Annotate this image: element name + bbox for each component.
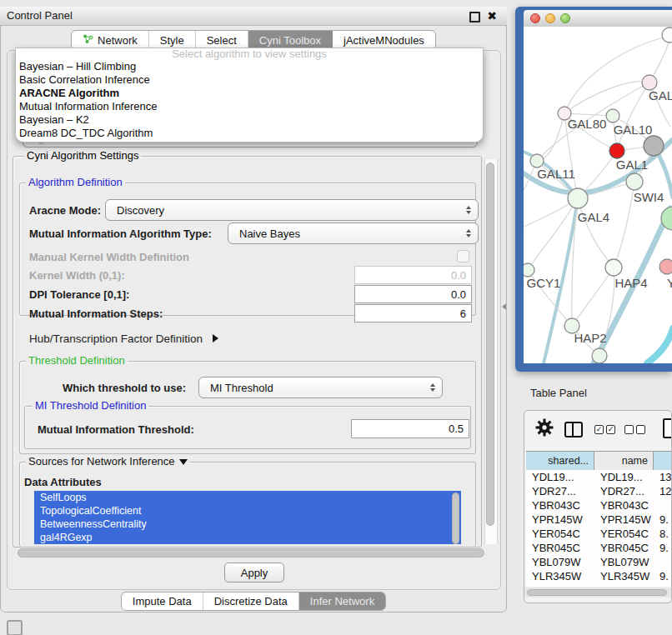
settings-scrollbar-track[interactable] bbox=[484, 159, 498, 544]
network-node-label: SWI4 bbox=[634, 190, 664, 204]
table-panel-window: ✓ ✓ shared...name YDL19...YDL19...13YDR2… bbox=[524, 410, 672, 603]
attribute-item-topologicalcoefficient[interactable]: TopologicalCoefficient bbox=[34, 504, 461, 518]
checked-checkbox-icon[interactable]: ✓ bbox=[606, 425, 615, 434]
float-window-icon[interactable] bbox=[469, 12, 480, 22]
table-hscrollbar-track[interactable] bbox=[524, 588, 671, 598]
table-row[interactable]: YLR345WYLR345W9. bbox=[526, 569, 672, 583]
tab-select-label: Select bbox=[207, 34, 237, 47]
tab-style[interactable]: Style bbox=[148, 31, 195, 49]
hub-definition-label: Hub/Transcription Factor Definition bbox=[29, 332, 203, 345]
settings-hscrollbar-thumb[interactable] bbox=[18, 548, 484, 558]
attribute-item-gal4rgexp[interactable]: gal4RGexp bbox=[34, 531, 461, 544]
attribute-item-selfloops[interactable]: SelfLoops bbox=[34, 491, 461, 504]
mi-steps-field[interactable]: 6 bbox=[354, 304, 472, 322]
hub-definition-expander[interactable]: Hub/Transcription Factor Definition bbox=[29, 332, 218, 345]
table-body[interactable]: YDL19...YDL19...13YDR27...YDR27...12YBR0… bbox=[526, 470, 672, 587]
table-row[interactable]: YBR043CYBR043C bbox=[526, 498, 672, 512]
table-cell: YIL052C bbox=[594, 583, 654, 587]
gear-icon[interactable] bbox=[535, 418, 554, 437]
table-cell: YDR27... bbox=[526, 484, 594, 498]
network-node[interactable] bbox=[606, 109, 619, 122]
aracne-mode-value: Discovery bbox=[117, 204, 164, 217]
kernel-width-field[interactable]: 0.0 bbox=[354, 266, 472, 284]
tab-jactivemnodules[interactable]: jActiveMNodules bbox=[332, 31, 435, 49]
control-panel-title: Control Panel bbox=[7, 9, 73, 22]
table-cell: YDL19... bbox=[594, 470, 654, 484]
tab-select[interactable]: Select bbox=[195, 31, 248, 49]
algorithm-option-bayesian-k2[interactable]: Bayesian – K2 bbox=[16, 113, 483, 127]
minimize-traffic-light[interactable] bbox=[545, 13, 555, 23]
table-row[interactable]: YPR145WYPR145W9. bbox=[526, 512, 672, 527]
mi-threshold-field[interactable]: 0.5 bbox=[351, 419, 469, 438]
close-icon[interactable]: ✖ bbox=[487, 9, 497, 22]
docked-panel-icon[interactable] bbox=[7, 620, 23, 635]
mi-steps-label: Mutual Information Steps: bbox=[29, 308, 163, 320]
combo-arrows-icon bbox=[430, 383, 435, 392]
algorithm-option-aracne-algorithm[interactable]: ARACNE Algorithm bbox=[16, 87, 483, 100]
network-node[interactable] bbox=[605, 259, 622, 276]
data-attributes-list[interactable]: SelfLoopsTopologicalCoefficientBetweenne… bbox=[34, 491, 461, 546]
table-row[interactable]: YBL079WYBL079W bbox=[526, 555, 672, 569]
combo-arrows-icon bbox=[466, 229, 471, 238]
algorithm-option-dream8-dc-tdc-algorithm[interactable]: Dream8 DC_TDC Algorithm bbox=[16, 127, 483, 140]
network-canvas[interactable]: GALGAL80GAL10GAL1GAL11SWI4GAL4GCY1HAP4YH… bbox=[524, 27, 672, 363]
zoom-traffic-light[interactable] bbox=[560, 13, 570, 23]
settings-scrollbar-thumb[interactable] bbox=[486, 162, 494, 526]
network-node[interactable] bbox=[626, 173, 643, 190]
network-view-window: GALGAL80GAL10GAL1GAL11SWI4GAL4GCY1HAP4YH… bbox=[515, 7, 672, 372]
network-node[interactable] bbox=[592, 348, 607, 363]
control-panel-titlebar[interactable]: Control Panel ✖ bbox=[0, 7, 507, 26]
table-cell: YBL079W bbox=[594, 555, 654, 569]
algorithm-option-mutual-information-inference[interactable]: Mutual Information Inference bbox=[16, 100, 483, 113]
network-node[interactable] bbox=[524, 263, 534, 277]
apply-button[interactable]: Apply bbox=[224, 562, 284, 582]
table-row[interactable]: YDL19...YDL19...13 bbox=[526, 470, 672, 484]
unchecked-checkbox-icon[interactable] bbox=[636, 425, 645, 434]
checked-checkbox-icon[interactable]: ✓ bbox=[594, 425, 604, 434]
which-threshold-label: Which threshold to use: bbox=[63, 382, 186, 394]
algorithm-option-bayesian-hill-climbing[interactable]: Bayesian – Hill Climbing bbox=[16, 60, 483, 73]
sources-group-title[interactable]: Sources for Network Inference bbox=[26, 456, 190, 468]
column-header-shared[interactable]: shared... bbox=[526, 452, 594, 470]
network-node[interactable] bbox=[659, 259, 672, 274]
network-node[interactable] bbox=[662, 28, 672, 42]
algorithm-placeholder: Select algorithm to view settings bbox=[16, 48, 483, 60]
dpi-tolerance-field[interactable]: 0.0 bbox=[354, 285, 472, 303]
close-traffic-light[interactable] bbox=[530, 13, 540, 23]
tab-infer-network[interactable]: Infer Network bbox=[298, 592, 385, 610]
network-node[interactable] bbox=[568, 188, 588, 208]
split-divider-handle[interactable] bbox=[502, 303, 506, 310]
column-header-2[interactable] bbox=[654, 452, 672, 470]
table-hscrollbar-thumb[interactable] bbox=[527, 589, 667, 596]
network-node[interactable] bbox=[609, 143, 624, 158]
algorithm-option-basic-correlation-inference[interactable]: Basic Correlation Inference bbox=[16, 73, 483, 87]
network-node-label: GCY1 bbox=[527, 276, 561, 290]
network-window-titlebar[interactable] bbox=[524, 10, 672, 28]
tab-network-label: Network bbox=[98, 34, 138, 47]
columns-icon[interactable] bbox=[564, 422, 583, 438]
file-icon[interactable] bbox=[663, 418, 672, 438]
attributes-scrollbar-thumb[interactable] bbox=[452, 492, 459, 544]
which-threshold-combo[interactable]: MI Threshold bbox=[198, 377, 443, 398]
network-node[interactable] bbox=[644, 136, 664, 156]
unchecked-checkbox-icon[interactable] bbox=[624, 425, 634, 434]
table-cell: 12 bbox=[654, 484, 672, 498]
table-cell: YBL079W bbox=[526, 555, 594, 569]
manual-kernel-checkbox[interactable] bbox=[457, 250, 469, 262]
column-header-name[interactable]: name bbox=[594, 452, 654, 470]
table-row[interactable]: YIL052CYIL052C9. bbox=[526, 583, 672, 587]
table-cell: YIL052C bbox=[526, 583, 594, 587]
tab-impute-data[interactable]: Impute Data bbox=[122, 592, 203, 610]
mi-type-combo[interactable]: Naive Bayes bbox=[228, 222, 479, 244]
network-node[interactable] bbox=[530, 154, 544, 168]
table-row[interactable]: YER054CYER054C8. bbox=[526, 527, 672, 541]
table-row[interactable]: YDR27...YDR27...12 bbox=[526, 484, 672, 498]
attribute-item-betweennesscentrality[interactable]: BetweennessCentrality bbox=[34, 518, 461, 531]
tab-discretize-data[interactable]: Discretize Data bbox=[203, 592, 298, 610]
aracne-mode-combo[interactable]: Discovery bbox=[105, 199, 479, 221]
mi-steps-value: 6 bbox=[460, 308, 466, 320]
tab-network[interactable]: Network bbox=[72, 31, 148, 49]
tab-style-label: Style bbox=[160, 34, 184, 47]
table-row[interactable]: YBR045CYBR045C9. bbox=[526, 541, 672, 555]
tab-cyni-toolbox[interactable]: Cyni Toolbox bbox=[248, 31, 332, 49]
